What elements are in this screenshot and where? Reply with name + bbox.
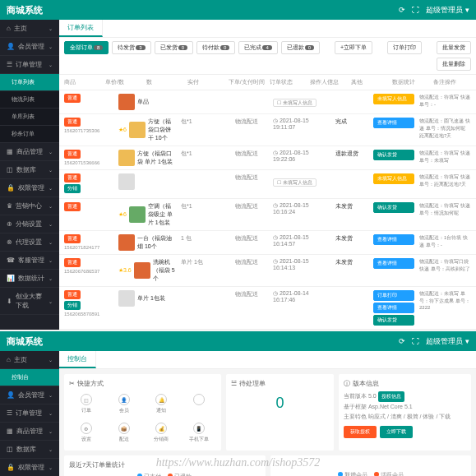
filter-button[interactable]: 待发货3 [112,41,150,54]
product-thumb [118,290,135,307]
legend-item: 已退款 [168,473,192,476]
order-action-button[interactable]: 查看详情 [373,303,414,313]
menu-icon: 🔒 [7,464,15,471]
action-button[interactable]: 订单打印 [387,41,422,54]
filter-button[interactable]: 全部订单8 [64,41,109,54]
sidebar-item[interactable]: ☎客服管理⌄ [0,252,59,270]
order-action-button[interactable]: 查看详情 [373,258,414,269]
shortcut-icon: 💰 [155,423,167,434]
sidebar-item[interactable]: 📊数据统计⌄ [0,270,59,288]
shortcut[interactable]: 👤会员 [107,391,141,417]
star-icon: ★6 [118,127,127,133]
shortcut[interactable]: 💰分销商 [144,420,178,446]
order-tag: 分销 [64,301,81,310]
filter-button[interactable]: 已完成4 [238,41,277,54]
menu-label: 订单管理 [16,60,42,69]
sidebar-item[interactable]: 订单列表 [0,74,59,91]
menu-label: 权限管理 [18,183,44,192]
menu-label: 会员管理 [18,391,44,400]
shortcut[interactable] [182,391,216,417]
shortcut[interactable]: 📱手机下单 [182,420,216,446]
tabs: 订单列表 [59,20,476,38]
sidebar-item[interactable]: ☰订单管理⌄ [0,404,59,423]
sidebar-item[interactable]: 🔒权限管理⌄ [0,179,59,197]
menu-icon: ⊗ [7,238,12,246]
star-icon: ★3.6 [118,267,132,274]
action-button[interactable]: +立即下单 [335,41,372,54]
menu-label: 控制台 [12,373,29,381]
order-action-button[interactable]: 查看详情 [373,234,414,245]
shortcut[interactable]: ⚙设置 [69,420,104,446]
user-menu[interactable]: 超级管理员 ▾ [426,5,469,16]
order-log: 物流配送：圆飞速递 快递 单号：情况如何呢 距离配送地7天 [419,118,471,140]
order-action-button[interactable]: 确认发货 [373,150,414,160]
tab[interactable]: 订单列表 [59,20,103,37]
order-log: 物流配送：待填写 快递单号：- [419,94,471,109]
order-action-button[interactable]: 未填写人信息 [373,173,414,184]
order-tag: 普通 [64,290,81,299]
order-action-button[interactable]: 确认发货 [373,202,414,213]
sidebar-item[interactable]: ⌂主页⌄ [0,351,59,369]
chevron-icon: ⌄ [49,239,53,245]
product-thumb [129,122,146,138]
order-action-button[interactable]: 查看详情 [373,118,414,128]
action-button[interactable]: 批量删除 [437,58,471,71]
sidebar-item[interactable]: ◫数据库⌄ [0,161,59,179]
order-id: 1562071536666 [64,160,113,165]
sidebar-item[interactable]: ⊕分销设置⌄ [0,215,59,233]
order-row: 普通1562071735306 ★6方便（福袋口袋饼干 10个 包*1 物流配送… [59,114,476,146]
expand-icon[interactable]: ⛶ [412,6,419,14]
user-menu[interactable]: 超级管理员 ▾ [426,336,469,347]
order-action-button[interactable]: 订单打印 [373,290,414,301]
shortcut-icon [193,394,205,405]
shortcut[interactable]: ◫订单 [69,391,104,417]
order-ship: 物流配送 [235,234,268,243]
menu-icon: ☰ [7,61,12,68]
brand: 商城系统 [7,335,43,348]
action-button[interactable]: 批量发货 [437,41,471,54]
menu-label: 数据库 [16,165,36,174]
sidebar-item[interactable]: 秒杀订单 [0,126,59,143]
sidebar-item[interactable]: ☰订单管理⌄ [0,56,59,74]
column-header: 单价/数 [105,78,143,86]
shortcut[interactable]: 🔔通知 [144,391,178,417]
refresh-icon[interactable]: ⟳ [399,337,405,345]
sidebar-item[interactable]: ▦商品管理⌄ [0,143,59,161]
sidebar-item[interactable]: ♛营销中心⌄ [0,197,59,215]
sys-button[interactable]: 获取授权 [344,426,377,438]
sidebar-item[interactable]: ◫数据库⌄ [0,441,59,459]
tab[interactable]: 控制台 [59,351,96,368]
sidebar-item[interactable]: ▦商品管理⌄ [0,423,59,441]
order-action-button[interactable]: 未填写人信息 [373,94,414,104]
filter-button[interactable]: 待付款0 [196,41,235,54]
sidebar-item[interactable]: ⊗代理设置⌄ [0,233,59,252]
order-row: 普通分销 物流配送 ☐ 未填写人信息 未填写人信息 物流配送：待填写 快递 单号… [59,170,476,199]
order-action-button[interactable]: 确认发货 [373,315,414,326]
column-header: 订单状态 [270,78,307,86]
sidebar-item[interactable]: 单库列表 [0,109,59,126]
sidebar-item[interactable]: 物流列表 [0,91,59,109]
sidebar-item[interactable]: ⌂主页⌄ [0,20,59,38]
sys-button[interactable]: 立即下载 [380,426,413,438]
shortcut[interactable]: 📦配送 [107,420,141,446]
expand-icon[interactable]: ⛶ [412,337,419,345]
order-ship: 物流配送 [235,118,268,126]
sidebar-item[interactable]: 👤会员管理⌄ [0,386,59,404]
sidebar-item[interactable]: 🔒权限管理⌄ [0,459,59,476]
sidebar-item[interactable]: 👤会员管理⌄ [0,38,59,56]
filter-button[interactable]: 已发货0 [155,41,193,54]
order-ship: 物流配送 [235,150,268,158]
order-time: ◷ 2021-08-14 16:17:46 [273,290,330,303]
legend-item: 已支付 [137,473,161,476]
sidebar-item[interactable]: ⬇创业大赛下载⌄ [0,288,59,315]
chevron-icon: ⌄ [49,221,53,227]
filter-button[interactable]: 已退款0 [281,41,320,54]
order-ship: 物流配送 [235,173,268,182]
order-log: 物流配送：待填写 快递 单号：未填写 [419,150,471,164]
chevron-icon: ⌄ [49,298,53,304]
sidebar-item[interactable]: 控制台 [0,369,59,386]
refresh-icon[interactable]: ⟳ [399,6,405,14]
shortcut-label: 手机下单 [189,436,209,443]
order-row: 普通 ★6空调（福袋吸尘 单片 1包装 包*1 物流配送 ◷ 2021-08-1… [59,199,476,231]
order-status: 未发货 [335,258,368,266]
